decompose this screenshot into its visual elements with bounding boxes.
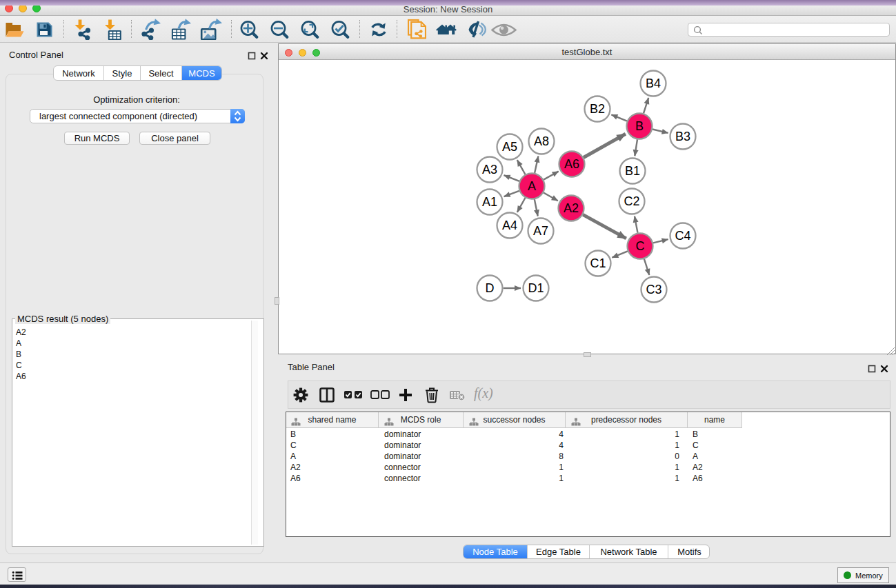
svg-text:A3: A3 <box>482 163 497 176</box>
svg-text:A2: A2 <box>564 201 579 215</box>
svg-text:C1: C1 <box>590 256 606 270</box>
svg-text:B2: B2 <box>590 102 605 116</box>
svg-text:A7: A7 <box>533 224 548 238</box>
svg-text:D1: D1 <box>528 281 544 295</box>
svg-text:A: A <box>528 179 536 193</box>
svg-text:A4: A4 <box>502 219 517 232</box>
svg-text:B1: B1 <box>625 164 640 178</box>
svg-text:C4: C4 <box>675 229 690 243</box>
svg-text:C2: C2 <box>624 194 639 208</box>
svg-text:B3: B3 <box>675 130 690 143</box>
svg-text:D: D <box>486 281 495 295</box>
svg-text:A5: A5 <box>502 140 517 154</box>
svg-text:A1: A1 <box>482 195 497 209</box>
svg-text:C: C <box>636 239 645 253</box>
svg-text:B: B <box>635 119 644 133</box>
svg-text:B4: B4 <box>646 77 661 90</box>
svg-text:A8: A8 <box>534 134 549 148</box>
svg-text:A6: A6 <box>564 157 579 171</box>
svg-text:C3: C3 <box>646 283 661 296</box>
